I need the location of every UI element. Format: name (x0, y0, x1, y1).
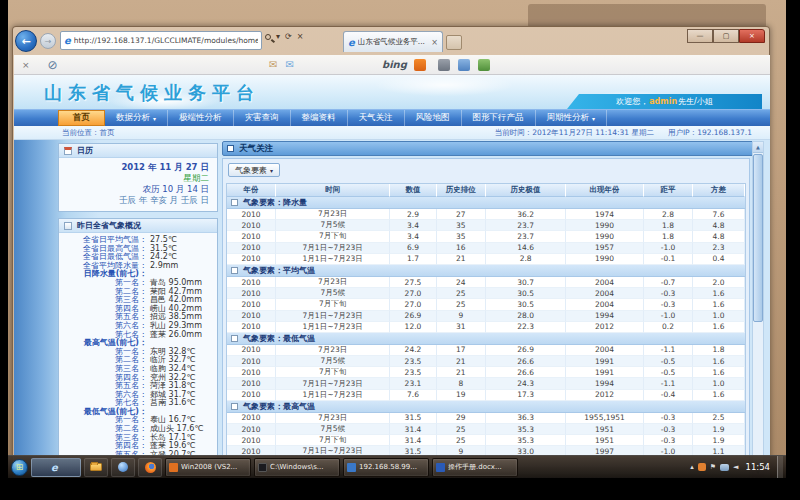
table-cell: 3.4 (390, 231, 437, 242)
back-button[interactable]: ← (15, 30, 37, 52)
table-cell: 7月23日 (276, 413, 390, 424)
taskbar-task-button-2[interactable]: 192.168.58.99... (343, 458, 429, 477)
forward-button[interactable]: → (40, 33, 56, 49)
taskbar-clock[interactable]: 11:54 (746, 462, 771, 472)
action-center-flag-icon[interactable]: ⚑ (710, 463, 716, 471)
console-icon (258, 463, 267, 472)
table-cell: -0.1 (644, 254, 693, 265)
table-cell: 22.3 (486, 322, 566, 333)
maximize-button[interactable]: ▢ (713, 29, 739, 43)
element-filter-button[interactable]: 气象要素 ▾ (228, 163, 280, 177)
calendar-body: 2012 年 11 月 27 日星期二农历 10 月 14 日壬辰 年 辛亥 月… (59, 158, 217, 206)
taskbar-media-button[interactable] (111, 458, 135, 477)
table-cell: 1.8 (644, 220, 693, 231)
filter-button-label: 气象要素 (235, 165, 267, 176)
nav-item-5[interactable]: 天气关注 (348, 110, 405, 126)
close-toolbar-icon[interactable]: × (22, 60, 30, 70)
minimize-button[interactable]: — (687, 29, 713, 43)
section-title: 气象要素：平均气温 (243, 265, 315, 276)
taskbar-firefox-button[interactable] (138, 458, 162, 477)
taskbar-ie-button[interactable]: e (31, 458, 81, 477)
table-cell: 7月下旬 (276, 435, 390, 446)
system-tray: ▴ ⚑ ◄ 11:54 (690, 462, 774, 472)
table-cell: 6.9 (390, 243, 437, 254)
page-scrollbar[interactable]: ▲ ▼ (752, 141, 764, 478)
nav-item-1[interactable]: 数据分析▾ (105, 110, 168, 126)
table-row: 20107月5候27.02530.52004-0.31.6 (227, 288, 745, 299)
volume-icon[interactable]: ◄ (733, 463, 738, 471)
network-icon[interactable] (720, 464, 729, 471)
scroll-up-icon[interactable]: ▲ (753, 142, 763, 153)
table-cell: 36.3 (486, 413, 566, 424)
table-cell: 2004 (566, 299, 644, 310)
table-cell: -1.1 (644, 345, 693, 356)
task-button-label: C:\Windows\s... (270, 463, 324, 471)
table-cell: 1.8 (644, 231, 693, 242)
nav-item-4[interactable]: 整编资料 (291, 110, 348, 126)
section-checkbox[interactable] (231, 403, 238, 410)
table-cell: 28.0 (486, 311, 566, 322)
table-cell: 2010 (227, 209, 276, 220)
accelerator-icon[interactable] (414, 59, 426, 71)
taskbar-task-button-3[interactable]: 操作手册.docx... (432, 458, 518, 477)
send-icon[interactable]: ✉ (285, 59, 293, 70)
scrollbar-thumb[interactable] (753, 154, 763, 322)
stop-icon[interactable]: × (297, 33, 304, 41)
start-button[interactable]: ⊞ (11, 459, 28, 476)
breadcrumb-location: 当前位置：首页 (62, 128, 115, 138)
table-cell: 31.4 (390, 435, 437, 446)
table-cell: 31.4 (390, 424, 437, 435)
compatibility-icon[interactable]: ⊘ (48, 59, 58, 71)
address-bar[interactable]: e http://192.168.137.1/GLCCLIMATE/module… (60, 31, 262, 50)
table-cell: 1951 (566, 435, 644, 446)
nav-item-2[interactable]: 极端性分析 (168, 110, 234, 126)
table-cell: 1994 (566, 311, 644, 322)
tray-expand-icon[interactable]: ▴ (690, 463, 694, 471)
share-icon[interactable] (478, 59, 490, 71)
table-row: 20107月下旬27.02530.52004-0.31.6 (227, 299, 745, 310)
search-icon[interactable] (265, 34, 271, 40)
nav-bar: 首页数据分析▾极端性分析灾害查询整编资料天气关注风险地图图形下行产品周期性分析▾ (14, 109, 770, 126)
taskbar-task-button-0[interactable]: Win2008 (VS2... (165, 458, 251, 477)
bing-logo[interactable]: bing (382, 59, 407, 70)
taskbar-explorer-button[interactable] (84, 458, 108, 477)
table-cell: 2010 (227, 254, 276, 265)
show-desktop-button[interactable] (777, 456, 783, 479)
toolbar-mid-icons: ✉ ✉ (269, 59, 294, 70)
nav-item-6[interactable]: 风险地图 (405, 110, 462, 126)
nav-item-0[interactable]: 首页 (58, 110, 105, 126)
camera-icon[interactable] (438, 59, 450, 71)
refresh-icon[interactable]: ⟳ (285, 33, 292, 41)
browser-tab[interactable]: e 山东省气候业务平... × (343, 31, 443, 52)
url-text[interactable]: http://192.168.137.1/GLCCLIMATE/modules/… (74, 36, 258, 45)
taskbar-task-button-1[interactable]: C:\Windows\s... (254, 458, 340, 477)
section-checkbox[interactable] (231, 335, 238, 342)
nav-item-7[interactable]: 图形下行产品 (462, 110, 536, 126)
section-checkbox[interactable] (231, 267, 238, 274)
weather-focus-title: 天气关注 (239, 143, 273, 155)
table-cell: 8 (437, 378, 486, 389)
tab-close-icon[interactable]: × (431, 38, 438, 47)
nav-item-8[interactable]: 周期性分析▾ (536, 110, 608, 126)
new-tab-button[interactable] (446, 35, 462, 50)
ie-icon: e (64, 35, 71, 46)
table-cell: 29 (437, 413, 486, 424)
messenger-icon[interactable] (458, 59, 470, 71)
table-cell: 1.6 (693, 288, 745, 299)
address-tools: ▾ ⟳ × (265, 33, 303, 41)
table-cell: 2004 (566, 288, 644, 299)
table-row: 20101月1日~7月23日7.61917.32012-0.41.6 (227, 390, 745, 401)
mail-icon[interactable]: ✉ (269, 59, 277, 70)
summary-value: 2.9mm (150, 262, 178, 271)
nav-item-3[interactable]: 灾害查询 (234, 110, 291, 126)
section-checkbox[interactable] (231, 199, 238, 206)
nav-item-label: 极端性分析 (179, 112, 222, 124)
close-button[interactable]: × (739, 29, 765, 43)
table-cell: 4.8 (693, 220, 745, 231)
table-cell: 1957 (566, 243, 644, 254)
nav-item-label: 图形下行产品 (473, 112, 524, 124)
chevron-down-icon[interactable]: ▾ (276, 33, 280, 41)
table-cell: 19 (437, 390, 486, 401)
table-cell: -0.3 (644, 424, 693, 435)
notification-icon[interactable] (698, 463, 706, 471)
